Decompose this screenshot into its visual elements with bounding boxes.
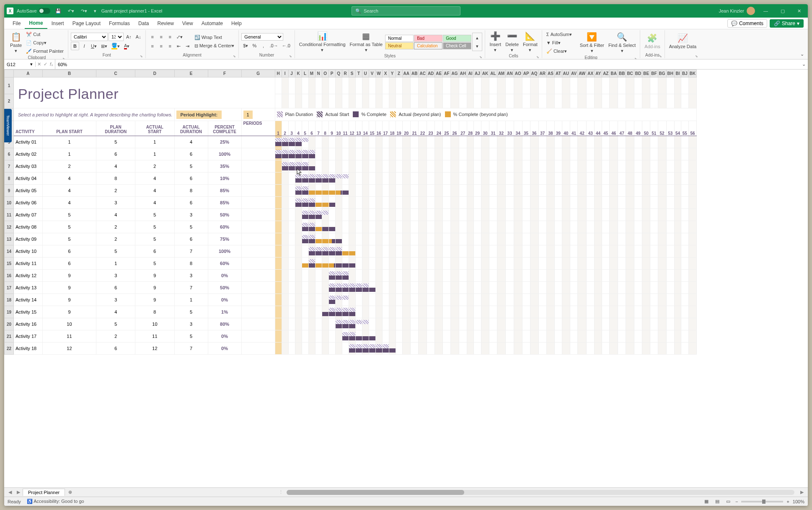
gantt-cell[interactable] xyxy=(382,343,389,355)
gantt-cell[interactable] xyxy=(335,318,342,330)
gantt-cell[interactable] xyxy=(459,306,467,318)
gantt-cell[interactable] xyxy=(522,233,530,245)
gantt-cell[interactable] xyxy=(335,185,342,197)
gantt-cell[interactable] xyxy=(302,282,308,294)
gantt-cell[interactable] xyxy=(349,173,355,185)
gantt-cell[interactable] xyxy=(435,185,443,197)
gantt-cell[interactable] xyxy=(547,160,555,173)
gantt-cell[interactable] xyxy=(467,221,474,233)
gantt-cell[interactable] xyxy=(681,185,688,197)
gantt-cell[interactable] xyxy=(396,245,402,258)
gantt-cell[interactable] xyxy=(688,294,696,306)
fill-color-button[interactable]: 🪣▾ xyxy=(110,42,122,50)
gantt-cell[interactable] xyxy=(275,258,282,270)
gantt-cell[interactable] xyxy=(288,148,295,160)
gantt-cell[interactable] xyxy=(375,148,382,160)
gantt-cell[interactable] xyxy=(450,185,459,197)
gantt-cell[interactable] xyxy=(602,343,610,355)
gantt-cell[interactable] xyxy=(467,270,474,282)
gantt-cell[interactable] xyxy=(522,245,530,258)
gantt-cell[interactable] xyxy=(362,343,369,355)
gantt-cell[interactable] xyxy=(681,270,688,282)
scroll-right-button[interactable]: ▶ xyxy=(798,489,806,495)
percent-complete[interactable]: 80% xyxy=(208,318,241,330)
gantt-cell[interactable] xyxy=(688,160,696,173)
addins-button[interactable]: 🧩Add-ins xyxy=(643,32,662,50)
tab-insert[interactable]: Insert xyxy=(47,18,68,29)
gantt-cell[interactable] xyxy=(587,245,595,258)
increase-indent-button[interactable]: ⇥ xyxy=(184,42,192,50)
gantt-cell[interactable] xyxy=(595,148,602,160)
gantt-cell[interactable] xyxy=(626,160,634,173)
gantt-cell[interactable] xyxy=(554,197,562,209)
gantt-cell[interactable] xyxy=(602,245,610,258)
gantt-cell[interactable] xyxy=(308,306,315,318)
plan-start[interactable]: 4 xyxy=(42,185,96,197)
gantt-cell[interactable] xyxy=(681,221,688,233)
gantt-cell[interactable] xyxy=(595,294,602,306)
gantt-cell[interactable] xyxy=(459,282,467,294)
gantt-cell[interactable] xyxy=(369,221,375,233)
gantt-cell[interactable] xyxy=(587,197,595,209)
gantt-cell[interactable] xyxy=(450,245,459,258)
plan-start[interactable]: 6 xyxy=(42,245,96,258)
gantt-cell[interactable] xyxy=(295,270,302,282)
gantt-cell[interactable] xyxy=(335,330,342,343)
gantt-cell[interactable] xyxy=(674,245,681,258)
percent-complete[interactable]: 0% xyxy=(208,330,241,343)
actual-duration[interactable]: 3 xyxy=(174,318,208,330)
actual-duration[interactable]: 6 xyxy=(174,197,208,209)
gantt-cell[interactable] xyxy=(489,209,497,221)
gantt-cell[interactable] xyxy=(450,343,459,355)
gantt-cell[interactable] xyxy=(342,197,349,209)
gantt-cell[interactable] xyxy=(538,270,546,282)
paste-button[interactable]: 📋Paste▾ xyxy=(8,31,23,54)
gantt-cell[interactable] xyxy=(642,282,650,294)
gantt-cell[interactable] xyxy=(402,294,410,306)
gantt-cell[interactable] xyxy=(688,185,696,197)
gantt-cell[interactable] xyxy=(481,185,489,197)
gantt-cell[interactable] xyxy=(666,233,674,245)
gantt-cell[interactable] xyxy=(547,136,555,148)
gantt-cell[interactable] xyxy=(322,270,328,282)
gantt-cell[interactable] xyxy=(506,136,514,148)
column-header[interactable]: Q xyxy=(335,70,342,77)
gantt-cell[interactable] xyxy=(506,221,514,233)
gantt-cell[interactable] xyxy=(554,245,562,258)
gantt-cell[interactable] xyxy=(658,160,666,173)
gantt-cell[interactable] xyxy=(375,282,382,294)
gantt-cell[interactable] xyxy=(282,160,288,173)
gantt-cell[interactable] xyxy=(666,173,674,185)
gantt-cell[interactable] xyxy=(554,221,562,233)
gantt-cell[interactable] xyxy=(467,233,474,245)
gantt-cell[interactable] xyxy=(642,221,650,233)
gantt-cell[interactable] xyxy=(562,148,570,160)
gantt-cell[interactable] xyxy=(562,343,570,355)
plan-duration[interactable]: 5 xyxy=(96,318,135,330)
gantt-cell[interactable] xyxy=(302,221,308,233)
format-cells-button[interactable]: 📐Format▾ xyxy=(521,30,539,54)
sort-filter-button[interactable]: 🔽Sort & Filter▾ xyxy=(578,31,606,54)
plan-start[interactable]: 11 xyxy=(42,330,96,343)
plan-start[interactable]: 5 xyxy=(42,209,96,221)
gantt-cell[interactable] xyxy=(554,306,562,318)
gantt-cell[interactable] xyxy=(506,148,514,160)
gantt-cell[interactable] xyxy=(402,221,410,233)
gantt-cell[interactable] xyxy=(506,173,514,185)
gantt-cell[interactable] xyxy=(554,148,562,160)
plan-start[interactable]: 1 xyxy=(42,148,96,160)
gantt-cell[interactable] xyxy=(681,233,688,245)
gantt-cell[interactable] xyxy=(497,209,506,221)
gantt-cell[interactable] xyxy=(396,148,402,160)
gantt-cell[interactable] xyxy=(288,282,295,294)
actual-duration[interactable]: 5 xyxy=(174,160,208,173)
gantt-cell[interactable] xyxy=(570,136,577,148)
gantt-cell[interactable] xyxy=(489,160,497,173)
gantt-cell[interactable] xyxy=(610,148,618,160)
activity-name[interactable]: Activity 07 xyxy=(14,209,43,221)
gantt-cell[interactable] xyxy=(506,185,514,197)
gantt-cell[interactable] xyxy=(435,330,443,343)
gantt-cell[interactable] xyxy=(315,258,322,270)
gantt-cell[interactable] xyxy=(650,343,658,355)
column-header[interactable]: M xyxy=(308,70,315,77)
